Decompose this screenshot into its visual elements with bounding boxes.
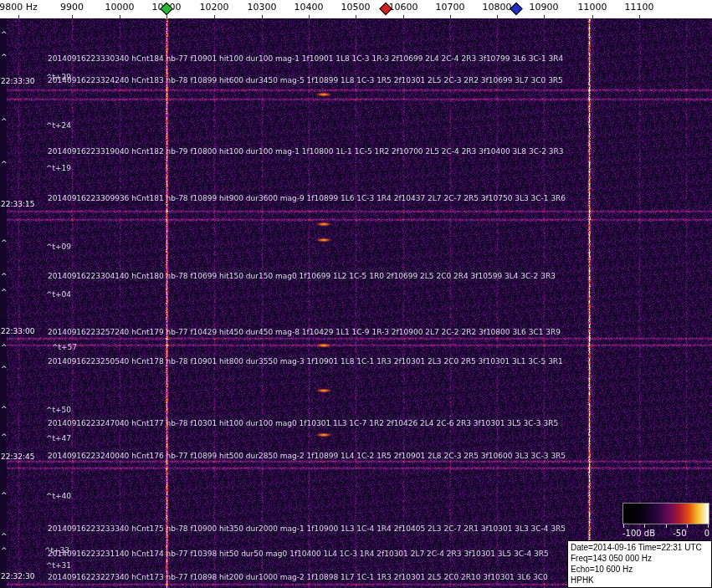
echo-record-line: 20140916223227340 hCnt173 nb-77 f10898 h…: [48, 573, 548, 581]
legend-label: -50: [673, 529, 686, 538]
echo-record-line: 20140916223257240 hCnt179 nb-77 f10429 h…: [48, 328, 561, 336]
freq-tick: [262, 15, 263, 18]
freq-tick: [72, 15, 73, 18]
time-caret: ^: [1, 272, 8, 280]
db-color-legend: -100 dB-500: [622, 503, 709, 538]
time-caret: ^: [1, 53, 8, 61]
time-caret: ^: [1, 405, 8, 413]
freq-tick-label: 11000: [578, 2, 607, 13]
echo-record-line: 20140916223309936 hCnt181 nb-78 f10899 h…: [48, 194, 566, 202]
time-caret: ^: [1, 30, 8, 38]
freq-tick: [214, 15, 215, 18]
time-offset-annotation: ^t+31: [46, 561, 71, 570]
blue-diamond-icon[interactable]: [510, 3, 523, 16]
legend-labels: -100 dB-500: [622, 529, 709, 538]
freq-tick: [403, 15, 404, 18]
info-line: Echo=10 600 Hz: [571, 564, 709, 575]
freq-tick-label: 9900: [60, 2, 84, 13]
echo-record-line: 20140916223330340 hCnt184 nb-77 f10901 h…: [48, 54, 563, 63]
status-info-box: Date=2014-09-16 Time=22:31 UTCFreq=143 0…: [567, 540, 712, 588]
freq-tick-label: 9800 Hz: [0, 2, 38, 13]
time-caret: ^: [1, 365, 8, 373]
time-caret: ^: [1, 546, 8, 555]
color-scale-bar: [622, 503, 709, 524]
info-line: Date=2014-09-16 Time=22:31 UTC: [571, 542, 709, 553]
time-caret: ^: [1, 238, 8, 247]
echo-record-line: 20140916223231140 hCnt174 nb-77 f10398 h…: [48, 550, 549, 558]
time-caret: ^: [1, 288, 8, 296]
time-axis-label: 22:32:30: [1, 572, 34, 580]
freq-tick: [592, 15, 593, 18]
time-caret: ^: [1, 117, 8, 125]
echo-record-line: 20140916223324240 hCnt183 nb-78 f10899 h…: [48, 76, 563, 84]
freq-tick-label: 10000: [105, 2, 135, 13]
echo-record-line: 20140916223319040 hCnt182 nb-79 f10800 h…: [48, 147, 563, 156]
legend-tick-mark: [644, 524, 645, 528]
time-caret: ^: [1, 160, 8, 168]
legend-tick-mark: [666, 524, 667, 528]
freq-tick-label: 10600: [389, 2, 418, 13]
freq-tick-label: 10800: [483, 2, 512, 13]
time-offset-annotation: ^t+29: [46, 73, 71, 81]
echo-record-line: 20140916223247040 hCnt177 nb-78 f10301 h…: [48, 419, 558, 427]
freq-tick: [639, 15, 640, 18]
time-offset-annotation: ^t+24: [46, 121, 71, 130]
legend-tick-mark: [708, 524, 709, 528]
time-axis-label: 22:32:45: [1, 453, 34, 461]
freq-tick-label: 11100: [625, 2, 654, 13]
time-caret: ^: [1, 532, 8, 540]
freq-tick: [450, 15, 451, 18]
time-offset-annotation: ^t+50: [46, 406, 71, 414]
time-offset-annotation: ^t+04: [46, 290, 71, 299]
time-offset-annotation: ^t+33: [44, 546, 69, 555]
time-caret: ^: [1, 343, 8, 351]
legend-ticks: [622, 524, 709, 528]
freq-tick-label: 10300: [248, 2, 277, 13]
time-axis-label: 22:33:30: [1, 77, 34, 85]
freq-tick: [18, 15, 19, 18]
time-offset-annotation: ^t+40: [46, 492, 71, 500]
freq-tick: [309, 15, 310, 18]
echo-record-line: 20140916223250540 hCnt178 nb-78 f10901 h…: [48, 357, 563, 366]
meteor-echo-monitor-window: 9800 Hz990010000101001020010300104001050…: [0, 0, 712, 588]
echo-record-line: 20140916223233340 hCnt175 nb-78 f10900 h…: [48, 524, 566, 533]
time-offset-annotation: ^t+47: [46, 434, 71, 442]
legend-label: -100 dB: [622, 529, 655, 538]
time-offset-annotation: ^t+57: [52, 343, 77, 351]
info-line: Freq=143 050 000 Hz: [571, 553, 709, 564]
time-axis-label: 22:33:15: [1, 200, 34, 208]
info-line: HPHK: [571, 575, 709, 585]
freq-tick: [166, 15, 167, 18]
freq-tick-label: 10500: [341, 2, 371, 13]
freq-tick-label: 10700: [436, 2, 465, 13]
freq-tick: [356, 15, 356, 18]
freq-tick: [497, 15, 498, 18]
echo-record-line: 20140916223240040 hCnt176 nb-77 f10899 h…: [48, 452, 566, 460]
legend-tick-mark: [687, 524, 688, 528]
freq-tick-label: 10400: [295, 2, 324, 13]
echo-record-line: 20140916223304140 hCnt180 nb-78 f10699 h…: [48, 272, 556, 280]
legend-label: 0: [704, 529, 709, 538]
freq-tick: [120, 15, 120, 18]
freq-tick: [544, 15, 545, 18]
legend-tick-mark: [623, 524, 624, 528]
time-caret: ^: [1, 491, 8, 499]
time-offset-annotation: ^t+09: [46, 243, 71, 251]
time-offset-annotation: ^t+19: [46, 164, 71, 172]
freq-tick-label: 10900: [530, 2, 559, 13]
time-axis-label: 22:33:00: [1, 327, 34, 335]
frequency-scale: 9800 Hz990010000101001020010300104001050…: [0, 0, 712, 18]
time-caret: ^: [1, 432, 8, 441]
freq-tick-label: 10200: [200, 2, 229, 13]
overlay-layer: 20140916223330340 hCnt184 nb-77 f10901 h…: [0, 0, 712, 588]
